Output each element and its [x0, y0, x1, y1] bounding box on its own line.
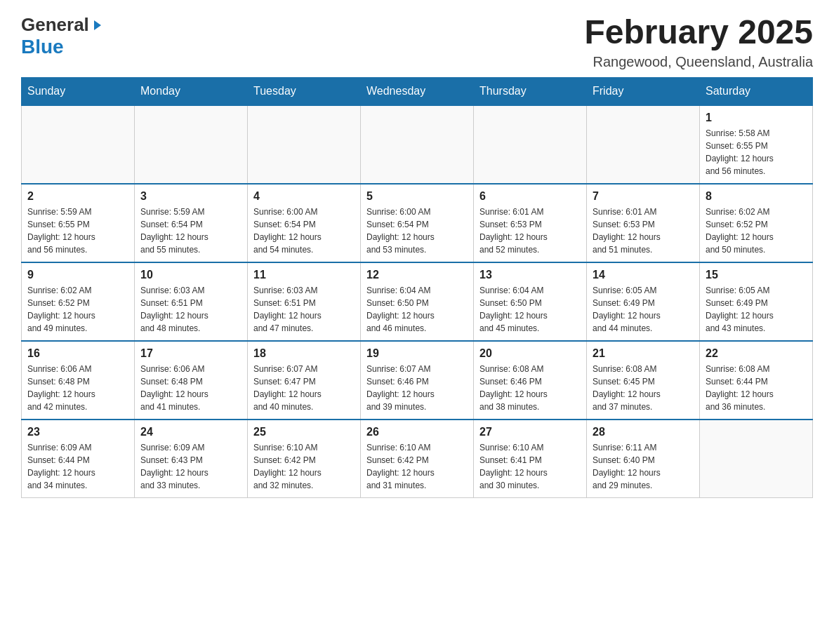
day-info: Sunrise: 6:10 AM Sunset: 6:41 PM Dayligh… [479, 441, 581, 492]
day-info: Sunrise: 6:02 AM Sunset: 6:52 PM Dayligh… [706, 206, 807, 256]
day-info: Sunrise: 6:01 AM Sunset: 6:53 PM Dayligh… [479, 206, 581, 256]
weekday-friday: Friday [587, 77, 700, 105]
day-number: 25 [253, 426, 355, 438]
logo: General Blue [21, 14, 104, 58]
calendar-week-1: 1Sunrise: 5:58 AM Sunset: 6:55 PM Daylig… [22, 105, 813, 184]
calendar-week-4: 16Sunrise: 6:06 AM Sunset: 6:48 PM Dayli… [22, 341, 813, 420]
calendar-cell: 3Sunrise: 5:59 AM Sunset: 6:54 PM Daylig… [135, 184, 248, 262]
day-info: Sunrise: 6:05 AM Sunset: 6:49 PM Dayligh… [706, 284, 807, 335]
day-info: Sunrise: 6:07 AM Sunset: 6:46 PM Dayligh… [366, 363, 468, 413]
calendar-cell: 19Sunrise: 6:07 AM Sunset: 6:46 PM Dayli… [361, 341, 474, 420]
weekday-wednesday: Wednesday [361, 77, 474, 105]
day-info: Sunrise: 6:01 AM Sunset: 6:53 PM Dayligh… [593, 206, 694, 256]
day-info: Sunrise: 6:00 AM Sunset: 6:54 PM Dayligh… [366, 206, 468, 256]
svg-marker-0 [94, 20, 101, 30]
day-number: 11 [253, 269, 355, 281]
day-info: Sunrise: 6:06 AM Sunset: 6:48 PM Dayligh… [140, 363, 241, 413]
day-info: Sunrise: 5:59 AM Sunset: 6:54 PM Dayligh… [140, 206, 241, 256]
calendar-cell [361, 105, 474, 184]
calendar-cell: 7Sunrise: 6:01 AM Sunset: 6:53 PM Daylig… [587, 184, 700, 262]
calendar-cell: 11Sunrise: 6:03 AM Sunset: 6:51 PM Dayli… [248, 262, 361, 341]
calendar-cell: 2Sunrise: 5:59 AM Sunset: 6:55 PM Daylig… [22, 184, 135, 262]
calendar-cell: 13Sunrise: 6:04 AM Sunset: 6:50 PM Dayli… [474, 262, 587, 341]
calendar-cell: 5Sunrise: 6:00 AM Sunset: 6:54 PM Daylig… [361, 184, 474, 262]
day-info: Sunrise: 6:07 AM Sunset: 6:47 PM Dayligh… [253, 363, 355, 413]
weekday-sunday: Sunday [22, 77, 135, 105]
location: Rangewood, Queensland, Australia [584, 54, 813, 70]
day-info: Sunrise: 6:02 AM Sunset: 6:52 PM Dayligh… [27, 284, 128, 335]
page-header: General Blue February 2025 Rangewood, Qu… [21, 14, 813, 70]
day-info: Sunrise: 6:08 AM Sunset: 6:44 PM Dayligh… [706, 363, 807, 413]
day-number: 22 [706, 347, 807, 360]
day-number: 4 [253, 190, 355, 203]
day-info: Sunrise: 6:03 AM Sunset: 6:51 PM Dayligh… [253, 284, 355, 335]
day-number: 3 [140, 190, 241, 203]
calendar-cell: 16Sunrise: 6:06 AM Sunset: 6:48 PM Dayli… [22, 341, 135, 420]
calendar-cell: 17Sunrise: 6:06 AM Sunset: 6:48 PM Dayli… [135, 341, 248, 420]
day-number: 6 [479, 190, 581, 203]
calendar-cell: 1Sunrise: 5:58 AM Sunset: 6:55 PM Daylig… [700, 105, 813, 184]
weekday-header-row: SundayMondayTuesdayWednesdayThursdayFrid… [22, 77, 813, 105]
weekday-monday: Monday [135, 77, 248, 105]
day-number: 15 [706, 269, 807, 281]
day-number: 13 [479, 269, 581, 281]
day-number: 19 [366, 347, 468, 360]
day-info: Sunrise: 5:59 AM Sunset: 6:55 PM Dayligh… [27, 206, 128, 256]
day-number: 24 [140, 426, 241, 438]
day-number: 7 [593, 190, 694, 203]
calendar-cell: 21Sunrise: 6:08 AM Sunset: 6:45 PM Dayli… [587, 341, 700, 420]
day-number: 1 [706, 112, 807, 124]
day-number: 23 [27, 426, 128, 438]
day-info: Sunrise: 6:08 AM Sunset: 6:46 PM Dayligh… [479, 363, 581, 413]
day-number: 2 [27, 190, 128, 203]
day-number: 14 [593, 269, 694, 281]
calendar-cell [248, 105, 361, 184]
calendar-cell: 25Sunrise: 6:10 AM Sunset: 6:42 PM Dayli… [248, 420, 361, 498]
month-title: February 2025 [584, 14, 813, 51]
day-info: Sunrise: 6:00 AM Sunset: 6:54 PM Dayligh… [253, 206, 355, 256]
calendar-cell: 4Sunrise: 6:00 AM Sunset: 6:54 PM Daylig… [248, 184, 361, 262]
day-number: 9 [27, 269, 128, 281]
calendar-cell: 27Sunrise: 6:10 AM Sunset: 6:41 PM Dayli… [474, 420, 587, 498]
day-info: Sunrise: 6:04 AM Sunset: 6:50 PM Dayligh… [366, 284, 468, 335]
day-number: 16 [27, 347, 128, 360]
day-number: 8 [706, 190, 807, 203]
day-info: Sunrise: 6:11 AM Sunset: 6:40 PM Dayligh… [593, 441, 694, 492]
calendar-cell: 8Sunrise: 6:02 AM Sunset: 6:52 PM Daylig… [700, 184, 813, 262]
calendar-cell: 22Sunrise: 6:08 AM Sunset: 6:44 PM Dayli… [700, 341, 813, 420]
day-number: 20 [479, 347, 581, 360]
day-info: Sunrise: 6:05 AM Sunset: 6:49 PM Dayligh… [593, 284, 694, 335]
calendar-table: SundayMondayTuesdayWednesdayThursdayFrid… [21, 77, 813, 498]
calendar-week-3: 9Sunrise: 6:02 AM Sunset: 6:52 PM Daylig… [22, 262, 813, 341]
calendar-body: 1Sunrise: 5:58 AM Sunset: 6:55 PM Daylig… [22, 105, 813, 498]
calendar-cell [135, 105, 248, 184]
calendar-cell: 20Sunrise: 6:08 AM Sunset: 6:46 PM Dayli… [474, 341, 587, 420]
day-info: Sunrise: 5:58 AM Sunset: 6:55 PM Dayligh… [706, 127, 807, 177]
day-info: Sunrise: 6:06 AM Sunset: 6:48 PM Dayligh… [27, 363, 128, 413]
day-number: 27 [479, 426, 581, 438]
calendar-cell: 18Sunrise: 6:07 AM Sunset: 6:47 PM Dayli… [248, 341, 361, 420]
calendar-cell: 14Sunrise: 6:05 AM Sunset: 6:49 PM Dayli… [587, 262, 700, 341]
calendar-cell: 10Sunrise: 6:03 AM Sunset: 6:51 PM Dayli… [135, 262, 248, 341]
calendar-cell: 28Sunrise: 6:11 AM Sunset: 6:40 PM Dayli… [587, 420, 700, 498]
logo-general-text: General [21, 14, 89, 36]
day-number: 5 [366, 190, 468, 203]
day-number: 28 [593, 426, 694, 438]
title-block: February 2025 Rangewood, Queensland, Aus… [584, 14, 813, 70]
calendar-cell [700, 420, 813, 498]
day-info: Sunrise: 6:03 AM Sunset: 6:51 PM Dayligh… [140, 284, 241, 335]
weekday-thursday: Thursday [474, 77, 587, 105]
day-number: 10 [140, 269, 241, 281]
calendar-cell: 24Sunrise: 6:09 AM Sunset: 6:43 PM Dayli… [135, 420, 248, 498]
day-number: 26 [366, 426, 468, 438]
day-info: Sunrise: 6:04 AM Sunset: 6:50 PM Dayligh… [479, 284, 581, 335]
calendar-cell [22, 105, 135, 184]
day-info: Sunrise: 6:10 AM Sunset: 6:42 PM Dayligh… [366, 441, 468, 492]
calendar-cell [474, 105, 587, 184]
day-number: 18 [253, 347, 355, 360]
calendar-cell: 9Sunrise: 6:02 AM Sunset: 6:52 PM Daylig… [22, 262, 135, 341]
calendar-cell: 15Sunrise: 6:05 AM Sunset: 6:49 PM Dayli… [700, 262, 813, 341]
calendar-cell: 12Sunrise: 6:04 AM Sunset: 6:50 PM Dayli… [361, 262, 474, 341]
day-info: Sunrise: 6:09 AM Sunset: 6:43 PM Dayligh… [140, 441, 241, 492]
calendar-cell: 26Sunrise: 6:10 AM Sunset: 6:42 PM Dayli… [361, 420, 474, 498]
